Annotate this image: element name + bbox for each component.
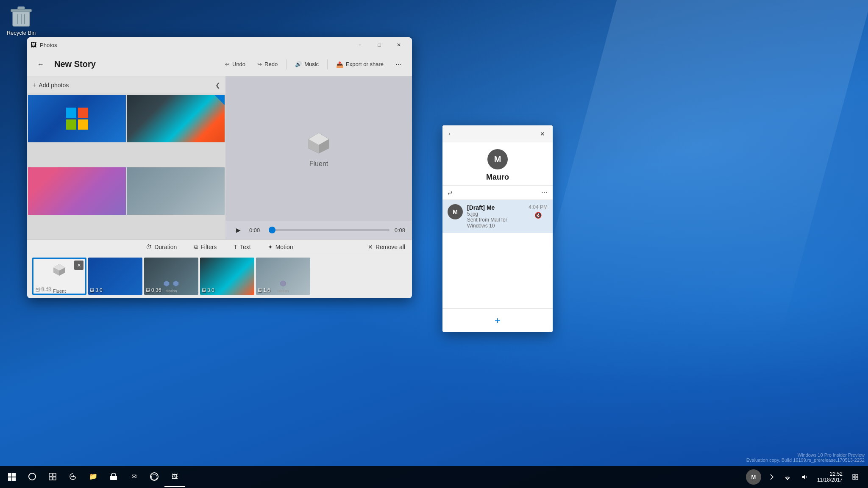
duration-label: Duration [154, 244, 177, 250]
photo-thumbnail-1[interactable] [28, 95, 126, 142]
clock-time: 22:52 [817, 471, 843, 477]
image-icon: 🖼 [35, 287, 39, 291]
play-button[interactable]: ▶ [232, 224, 244, 236]
minimize-button[interactable]: − [350, 37, 370, 53]
photo-thumbnail-2[interactable] [127, 95, 225, 142]
svg-rect-12 [8, 477, 11, 481]
taskbar-store[interactable] [103, 467, 124, 487]
export-icon: 📤 [336, 61, 343, 68]
taskbar-user-avatar[interactable]: M [746, 469, 761, 485]
progress-track[interactable] [270, 229, 389, 231]
filmstrip-item-4[interactable]: 🖼 3.0 [200, 258, 254, 295]
filmstrip-item-3[interactable]: Motion 🖼 0.36 [144, 258, 198, 295]
taskbar-task-view[interactable] [42, 467, 63, 487]
filmstrip-item-2[interactable]: 🖼 3.0 [88, 258, 142, 295]
svg-rect-18 [53, 477, 56, 480]
watermark-line1: Windows 10 Pro Insider Preview [746, 452, 865, 458]
duration-tool[interactable]: ⏱ Duration [142, 242, 180, 252]
svg-rect-10 [8, 473, 11, 477]
app-icon: 🖼 [31, 42, 36, 48]
email-filter-icon[interactable]: ⇄ [448, 189, 453, 196]
email-close-button[interactable]: ✕ [537, 129, 548, 139]
svg-rect-7 [78, 108, 88, 118]
start-button[interactable] [2, 467, 22, 487]
filmstrip-item-1-duration: 🖼 0.43 [35, 286, 50, 292]
photo-thumbnail-4[interactable] [127, 167, 225, 215]
add-photos-label: Add photos [39, 82, 69, 89]
svg-rect-2 [18, 7, 25, 10]
taskbar-explorer[interactable]: 📁 [83, 467, 103, 487]
svg-rect-15 [49, 473, 52, 476]
email-more-button[interactable]: ··· [541, 188, 548, 197]
taskbar-right: M 22:52 11/18/2017 [746, 469, 866, 485]
email-header: M Mauro [442, 142, 553, 186]
volume-icon [801, 474, 807, 480]
recycle-bin-icon [9, 4, 33, 28]
taskbar-edge[interactable] [63, 467, 83, 487]
filmstrip-item-2-duration: 🖼 3.0 [90, 287, 103, 293]
left-panel: + Add photos ❮ [27, 76, 225, 239]
main-content: + Add photos ❮ [27, 76, 412, 239]
photo-thumbnail-3[interactable] [28, 167, 126, 215]
filmstrip-item-5-sublabel: Motion [277, 289, 289, 293]
more-button[interactable]: ··· [392, 58, 405, 70]
motion-tool[interactable]: ✦ Motion [264, 242, 297, 252]
time-start: 0:00 [249, 227, 264, 233]
taskbar-network-icon[interactable] [780, 469, 795, 485]
export-label: Export or share [346, 61, 384, 67]
fluent-preview: Fluent [305, 130, 332, 168]
watermark-line2: Evaluation copy. Build 16199.rs_prerelea… [746, 458, 865, 463]
text-tool[interactable]: T Text [230, 242, 254, 252]
filters-tool[interactable]: ⧉ Filters [190, 241, 220, 252]
svg-rect-21 [853, 474, 855, 477]
remove-all-button[interactable]: ✕ Remove all [368, 244, 405, 250]
filmstrip-item-5[interactable]: Motion 🖼 1.6 [256, 258, 310, 295]
watermark: Windows 10 Pro Insider Preview Evaluatio… [746, 452, 865, 463]
selected-corner-badge [214, 95, 225, 105]
maximize-button[interactable]: □ [370, 37, 389, 53]
redo-icon: ↪ [257, 61, 262, 67]
email-subbar: ⇄ ··· [442, 186, 553, 200]
export-button[interactable]: 📤 Export or share [333, 59, 387, 69]
folder-icon: 📁 [89, 472, 97, 480]
music-button[interactable]: 🔊 Music [292, 59, 322, 69]
recycle-bin-label: Recycle Bin [7, 30, 36, 36]
photos-grid [27, 94, 225, 239]
filmstrip-item-1-close[interactable]: ✕ [74, 261, 83, 270]
taskbar-action-center[interactable] [848, 469, 863, 485]
recycle-bin[interactable]: Recycle Bin [4, 4, 38, 36]
story-title: New Story [54, 59, 96, 69]
undo-label: Undo [232, 61, 245, 67]
preview-area: Fluent [225, 76, 412, 221]
filters-icon: ⧉ [194, 243, 198, 250]
title-bar-controls: − □ ✕ [350, 37, 409, 53]
add-photos-button[interactable]: + Add photos [32, 81, 69, 89]
email-draft-item[interactable]: M [Draft] Me 5.jpg Sent from Mail for Wi… [442, 200, 553, 233]
attachment-icon: 🔇 [534, 212, 542, 219]
filmstrip-item-1-label: Fluent [53, 288, 66, 294]
email-back-button[interactable]: ← [448, 130, 454, 138]
svg-rect-17 [49, 477, 52, 480]
music-label: Music [304, 61, 319, 67]
undo-button[interactable]: ↩ Undo [222, 59, 249, 69]
collapse-button[interactable]: ❮ [215, 82, 220, 89]
filmstrip-item-1[interactable]: ✕ Fluent 🖼 0.43 [32, 258, 86, 295]
toolbar-separator [286, 59, 287, 69]
taskbar-search[interactable] [22, 467, 42, 487]
taskbar-photos[interactable]: 🖼 [164, 467, 185, 487]
compose-button[interactable]: + [442, 308, 553, 332]
photos-window: 🖼 Photos − □ ✕ ← New Story ↩ Undo ↪ Redo… [27, 37, 412, 298]
mail-icon: ✉ [131, 473, 137, 480]
taskbar-clock[interactable]: 22:52 11/18/2017 [814, 471, 846, 483]
back-button[interactable]: ← [34, 58, 47, 71]
close-button[interactable]: ✕ [389, 37, 409, 53]
taskbar-volume-icon[interactable] [797, 469, 812, 485]
taskbar-notification-icon[interactable] [763, 469, 778, 485]
image-icon-5: 🖼 [258, 288, 262, 293]
undo-icon: ↩ [225, 61, 230, 67]
toolbar: ← New Story ↩ Undo ↪ Redo 🔊 Music 📤 Expo… [27, 53, 412, 76]
taskbar-mail[interactable]: ✉ [124, 467, 144, 487]
taskbar-cortana[interactable]: ◯ [144, 467, 164, 487]
redo-button[interactable]: ↪ Redo [254, 59, 281, 69]
progress-thumb[interactable] [269, 227, 275, 233]
